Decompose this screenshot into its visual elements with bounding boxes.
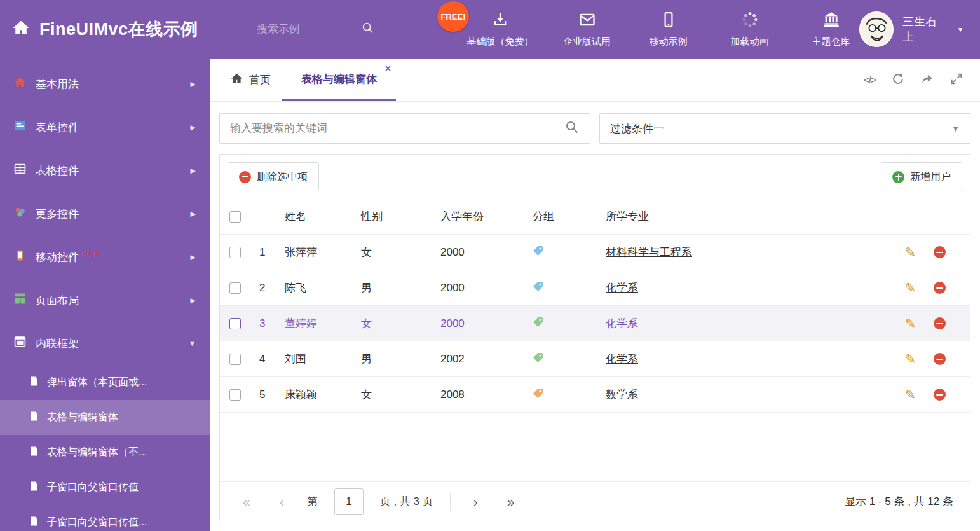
fullscreen-icon[interactable] (949, 72, 963, 88)
sidebar-subitem-child-to-parent-2[interactable]: 子窗口向父窗口传值... (0, 505, 210, 531)
tag-icon (533, 317, 543, 331)
page-content: 过滤条件一 ▼ 删除选中项 新增用户 (210, 102, 980, 531)
edit-icon[interactable]: ✎ (904, 388, 916, 401)
cell-name: 董婷婷 (285, 316, 361, 331)
chevron-right-icon: ▶ (191, 167, 196, 175)
grid-panel: 删除选中项 新增用户 姓名 性别 入学年份 分组 所学专业 (219, 154, 970, 521)
search-icon[interactable] (361, 21, 375, 38)
minus-circle-icon (239, 171, 251, 183)
table-row[interactable]: 1 张萍萍 女 2000 材料科学与工程系 ✎ (220, 235, 970, 270)
cell-gender: 男 (361, 280, 440, 295)
sidebar-subitem-grid-edit-window-2[interactable]: 表格与编辑窗体（不... (0, 435, 210, 470)
nav-label: 主题仓库 (812, 36, 850, 48)
sidebar-item-page-layout[interactable]: 页面布局 ▶ (0, 279, 210, 322)
search-icon[interactable] (564, 120, 580, 137)
cell-gender: 男 (361, 352, 440, 366)
row-checkbox[interactable] (229, 389, 241, 401)
brand[interactable]: FineUIMvc在线示例 (0, 18, 257, 41)
tab-grid-edit-window[interactable]: 表格与编辑窗体 × (282, 59, 396, 101)
sidebar-subitem-label: 表格与编辑窗体 (47, 411, 118, 424)
app-title: FineUIMvc在线示例 (39, 18, 198, 41)
tab-home[interactable]: 首页 (219, 59, 282, 101)
header-search (257, 21, 391, 38)
table-row[interactable]: 5 康颖颖 女 2008 数学系 ✎ (220, 377, 970, 413)
next-page-icon[interactable]: › (467, 494, 484, 509)
close-icon[interactable]: × (385, 64, 391, 74)
major-link[interactable]: 数学系 (606, 387, 638, 402)
row-checkbox[interactable] (229, 318, 241, 329)
nav-item-basic-edition[interactable]: 基础版（免费） (467, 11, 534, 48)
page-number-input[interactable] (334, 488, 364, 515)
divider (450, 493, 451, 511)
cell-name: 康颖颖 (285, 387, 361, 402)
share-forward-icon[interactable] (920, 72, 934, 88)
source-code-icon[interactable]: </> (864, 74, 876, 85)
header-nav: 基础版（免费） 企业版试用 移动示例 加载动画 (467, 11, 859, 48)
sidebar-subitem-child-to-parent[interactable]: 子窗口向父窗口传值 (0, 470, 210, 505)
file-icon (29, 516, 39, 529)
sidebar-item-mobile-controls[interactable]: 移动控件Corp. ▶ (0, 235, 210, 279)
column-header-name[interactable]: 姓名 (285, 209, 361, 224)
column-header-year[interactable]: 入学年份 (440, 209, 533, 224)
column-header-major[interactable]: 所学专业 (606, 209, 887, 224)
sidebar-item-form-controls[interactable]: 表单控件 ▶ (0, 106, 210, 149)
sidebar-item-basic-usage[interactable]: 基本用法 ▶ (0, 62, 210, 106)
table-row[interactable]: 3 董婷婷 女 2000 化学系 ✎ (220, 306, 970, 341)
major-link[interactable]: 材料科学与工程系 (606, 245, 692, 259)
prev-page-icon[interactable]: ‹ (273, 494, 290, 509)
cell-name: 陈飞 (285, 280, 361, 295)
delete-selected-button[interactable]: 删除选中项 (228, 162, 319, 191)
row-index: 1 (259, 246, 285, 259)
row-checkbox[interactable] (229, 282, 241, 294)
nav-item-mobile-demo[interactable]: 移动示例 (641, 11, 697, 48)
delete-row-icon[interactable] (934, 353, 946, 365)
column-header-group[interactable]: 分组 (533, 209, 606, 224)
delete-row-icon[interactable] (934, 317, 946, 329)
row-checkbox[interactable] (229, 247, 241, 258)
nav-item-loading-animation[interactable]: 加载动画 (722, 11, 778, 48)
cell-year: 2000 (440, 317, 533, 330)
column-header-gender[interactable]: 性别 (361, 209, 440, 224)
plus-circle-icon (892, 171, 904, 183)
app-root: FineUIMvc在线示例 FREE! 基础版（免费） 企业版试用 (0, 0, 980, 531)
row-checkbox[interactable] (229, 354, 241, 365)
sidebar-subitem-popup-window[interactable]: 弹出窗体（本页面或... (0, 365, 210, 400)
cell-gender: 女 (361, 387, 440, 402)
keyword-search-input[interactable] (230, 122, 564, 135)
user-menu[interactable]: 三生石上 ▼ (859, 11, 980, 47)
sidebar-item-grid-controls[interactable]: 表格控件 ▶ (0, 149, 210, 192)
home-icon (11, 18, 31, 40)
delete-row-icon[interactable] (934, 282, 946, 294)
select-all-checkbox[interactable] (229, 211, 241, 223)
major-link[interactable]: 化学系 (606, 280, 638, 295)
cell-year: 2002 (440, 353, 533, 366)
sidebar-item-more-controls[interactable]: 更多控件 ▶ (0, 192, 210, 235)
last-page-icon[interactable]: » (501, 494, 521, 509)
refresh-icon[interactable] (891, 72, 905, 88)
header-search-input[interactable] (257, 23, 352, 36)
major-link[interactable]: 化学系 (606, 352, 638, 366)
tag-icon (533, 245, 543, 259)
nav-item-enterprise-trial[interactable]: 企业版试用 (559, 11, 615, 48)
add-user-button[interactable]: 新增用户 (881, 162, 962, 191)
table-row[interactable]: 4 刘国 男 2002 化学系 ✎ (220, 341, 970, 377)
edit-icon[interactable]: ✎ (904, 352, 916, 366)
edit-icon[interactable]: ✎ (904, 281, 916, 294)
cell-gender: 女 (361, 245, 440, 259)
row-index: 2 (259, 282, 285, 294)
major-link[interactable]: 化学系 (606, 316, 638, 331)
first-page-icon[interactable]: « (236, 494, 257, 509)
corp-badge: Corp. (81, 249, 99, 258)
nav-item-theme-repo[interactable]: 主题仓库 (803, 11, 859, 48)
row-index: 4 (259, 353, 285, 366)
sidebar-subitem-grid-edit-window[interactable]: 表格与编辑窗体 (0, 400, 210, 435)
delete-row-icon[interactable] (934, 389, 946, 401)
edit-icon[interactable]: ✎ (904, 245, 916, 259)
delete-row-icon[interactable] (934, 246, 946, 258)
sidebar-item-inline-frame[interactable]: 内联框架 ▼ (0, 322, 210, 365)
filter-dropdown[interactable]: 过滤条件一 ▼ (599, 113, 970, 144)
tag-icon (533, 388, 543, 402)
home-icon (230, 72, 243, 88)
table-row[interactable]: 2 陈飞 男 2000 化学系 ✎ (220, 270, 970, 306)
edit-icon[interactable]: ✎ (904, 317, 916, 330)
